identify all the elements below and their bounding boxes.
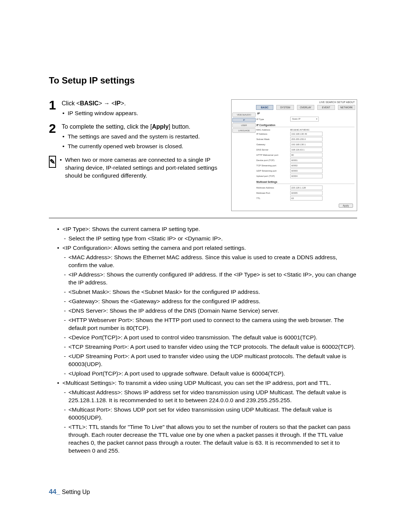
step-2: 2 To complete the setting, click the [Ap…: [49, 123, 223, 150]
tab-basic[interactable]: BASIC: [256, 105, 273, 110]
multicast-input[interactable]: 60005: [290, 191, 323, 195]
multicast-row: TTL63: [256, 196, 354, 201]
config-label: DNS Server: [256, 149, 290, 151]
def-item-lv2: <Upload Port(TCP)>: A port used to upgra…: [49, 369, 357, 377]
two-column-layout: 1 Click <BASIC> → <IP>. IP Setting windo…: [49, 99, 357, 211]
ip-settings-screenshot: LIVE SEARCH SETUP ABOUT BASIC SYSTEM OVE…: [231, 99, 357, 211]
config-input[interactable]: 60003: [290, 169, 323, 173]
config-label: Subnet Mask: [256, 138, 290, 140]
config-row: Subnet Mask255.255.255.0: [256, 137, 354, 141]
def-item-lv2: <IP Address>: Shows the currently config…: [49, 271, 357, 286]
config-row: IP Address192.168.130.49: [256, 132, 354, 136]
config-input[interactable]: 60002: [290, 163, 323, 168]
config-label: IP Address: [256, 133, 290, 135]
step-sub: The settings are saved and the system is…: [62, 132, 200, 141]
multicast-label: Multicast Port: [256, 192, 290, 194]
def-item-lv2: <UDP Streaming Port>: A port used to tra…: [49, 352, 357, 368]
page-footer: 44_ Setting Up: [49, 488, 90, 496]
ip-type-select[interactable]: Static IP: [290, 117, 319, 122]
config-row: MAC Address00:16:6C:A7:00:0C: [256, 129, 354, 131]
multicast-rows: Multicast Address225.128.1.128Multicast …: [256, 185, 354, 201]
note-icon: ✎: [49, 156, 56, 168]
config-input[interactable]: 80: [290, 153, 323, 157]
multicast-title: Multicast Settings: [256, 181, 354, 184]
config-row: TCP Streaming port60002: [256, 163, 354, 168]
config-value: 00:16:6C:A7:00:0C: [290, 129, 354, 131]
apply-button[interactable]: Apply: [339, 204, 353, 208]
tab-network[interactable]: NETWORK: [338, 105, 355, 110]
tab-overlay[interactable]: OVERLAY: [297, 105, 314, 110]
config-label: TCP Streaming port: [256, 164, 290, 167]
definitions-list: <IP Type>: Shows the current camera IP s…: [49, 225, 357, 454]
sidebar-item-language[interactable]: LANGUAGE: [232, 128, 256, 133]
panel-title: IP: [257, 112, 354, 115]
tab-event[interactable]: EVENT: [317, 105, 335, 110]
screenshot-body: VIDEO&AUDIO IP USER LANGUAGE IP IP Type …: [232, 112, 357, 211]
step-body: To complete the setting, click the [Appl…: [62, 123, 200, 150]
screenshot-main: IP IP Type Static IP IP Configuration MA…: [256, 112, 357, 211]
config-input[interactable]: 192.168.130.1: [290, 142, 323, 147]
def-item-lv2: <Device Port(TCP)>: A port used to contr…: [49, 333, 357, 341]
ip-type-label: IP Type: [256, 118, 290, 120]
config-row: Device port (TCP)60001: [256, 158, 354, 163]
instructions-column: 1 Click <BASIC> → <IP>. IP Setting windo…: [49, 99, 223, 179]
basic-label: BASIC: [80, 100, 98, 106]
def-item-lv1: <Multicast Settings>: To transmit a vide…: [49, 379, 357, 387]
top-nav-links[interactable]: LIVE SEARCH SETUP ABOUT: [232, 100, 357, 104]
multicast-input[interactable]: 225.128.1.128: [290, 185, 323, 190]
ip-label: IP: [115, 100, 121, 106]
multicast-input[interactable]: 63: [290, 196, 323, 201]
footer-section: Setting Up: [62, 489, 90, 495]
step-1: 1 Click <BASIC> → <IP>. IP Setting windo…: [49, 99, 223, 117]
config-input[interactable]: 192.168.130.49: [290, 132, 323, 136]
config-input[interactable]: 168.126.63.1: [290, 147, 323, 152]
config-row: HTTP Webserver port80: [256, 153, 354, 157]
multicast-label: TTL: [256, 197, 290, 199]
section-heading: To Setup IP settings: [49, 75, 357, 86]
def-item-lv2: <TCP Streaming Port>: A port used to tra…: [49, 343, 357, 351]
text: > → <: [98, 100, 115, 106]
note-row: ✎ When two or more cameras are connected…: [49, 156, 223, 179]
text: >.: [121, 100, 126, 106]
sidebar-item-videoaudio[interactable]: VIDEO&AUDIO: [232, 112, 256, 117]
config-input[interactable]: 60001: [290, 158, 323, 163]
screenshot-column: LIVE SEARCH SETUP ABOUT BASIC SYSTEM OVE…: [231, 99, 357, 211]
sidebar-item-user[interactable]: USER: [232, 123, 256, 128]
manual-page: To Setup IP settings 1 Click <BASIC> → <…: [0, 0, 406, 532]
config-row: DNS Server168.126.63.1: [256, 147, 354, 152]
tab-system[interactable]: SYSTEM: [276, 105, 294, 110]
page-number: 44_: [49, 488, 60, 496]
config-input[interactable]: 60004: [290, 174, 323, 178]
config-label: Gateway: [256, 143, 290, 146]
apply-row: Apply: [256, 201, 354, 208]
def-item-lv2: <TTL>: TTL stands for "Time To Live" tha…: [49, 423, 357, 454]
text: Click <: [62, 100, 80, 106]
step-sub: The currently opened web browser is clos…: [62, 142, 200, 150]
def-item-lv2: <Subnet Mask>: Shows the <Subnet Mask> f…: [49, 288, 357, 296]
apply-bold: Apply: [152, 123, 168, 130]
multicast-row: Multicast Address225.128.1.128: [256, 185, 354, 190]
note-text: When two or more cameras are connected t…: [60, 156, 223, 179]
def-item-lv2: <Gateway>: Shows the <Gateway> address f…: [49, 297, 357, 305]
def-item-lv2: Select the IP setting type from <Static …: [49, 234, 357, 242]
config-input[interactable]: 255.255.255.0: [290, 137, 323, 141]
section-divider: [49, 218, 357, 218]
def-item-lv2: <DNS Server>: Shows the IP address of th…: [49, 307, 357, 315]
config-label: HTTP Webserver port: [256, 154, 290, 156]
sidebar: VIDEO&AUDIO IP USER LANGUAGE: [232, 112, 256, 211]
step-number: 1: [49, 99, 58, 111]
def-item-lv1: <IP Type>: Shows the current camera IP s…: [49, 225, 357, 233]
text: To complete the setting, click the [: [62, 123, 152, 130]
sidebar-item-ip[interactable]: IP: [232, 118, 256, 122]
def-item-lv2: <Multicast Address>: Shows IP address se…: [49, 388, 357, 404]
def-item-lv1: <IP Configuration>: Allows setting the c…: [49, 244, 357, 252]
multicast-label: Multicast Address: [256, 187, 290, 189]
config-label: MAC Address: [256, 129, 290, 131]
step-body: Click <BASIC> → <IP>. IP Setting window …: [62, 99, 138, 117]
ip-type-row: IP Type Static IP: [256, 117, 354, 122]
config-label: Upload port (TCP): [256, 175, 290, 177]
def-item-lv2: <HTTP Webserver Port>: Shows the HTTP po…: [49, 316, 357, 332]
config-row: Upload port (TCP)60004: [256, 174, 354, 178]
tab-bar: BASIC SYSTEM OVERLAY EVENT NETWORK: [232, 104, 357, 112]
step-sub: IP Setting window appears.: [62, 109, 138, 117]
